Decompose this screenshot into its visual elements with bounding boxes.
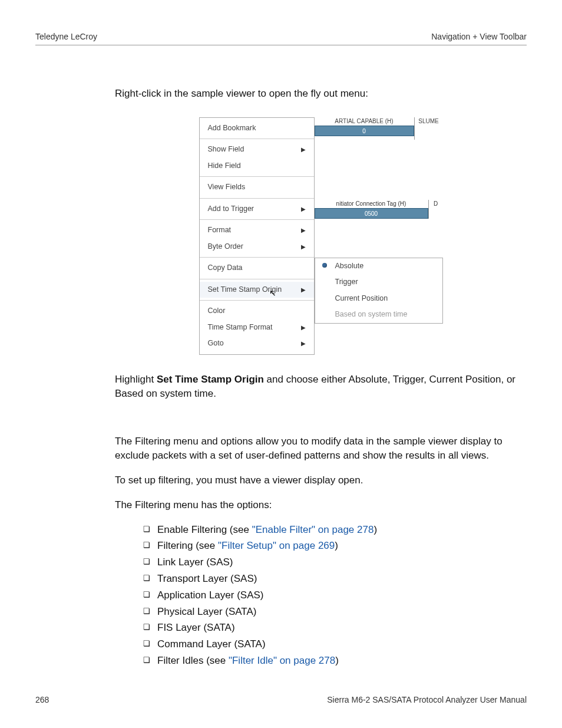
list-item: Filtering (see "Filter Setup" on page 26… [143,539,527,553]
chevron-right-icon: ▶ [301,146,306,154]
menu-format[interactable]: Format▶ [200,222,314,239]
bg-cell-value: 0 [315,126,414,136]
submenu-time-stamp-origin: Absolute Trigger Current Position Based … [315,258,443,324]
submenu-trigger[interactable]: Trigger [315,274,442,291]
menu-view-fields[interactable]: View Fields [200,179,314,196]
header-left: Teledyne LeCroy [35,32,97,41]
menu-hide-field[interactable]: Hide Field [200,158,314,174]
list-item: Command Layer (SATA) [143,637,527,651]
submenu-current-position[interactable]: Current Position [315,291,442,307]
submenu-based-on-system-time[interactable]: Based on system time [315,307,442,323]
footer-title: Sierra M6-2 SAS/SATA Protocol Analyzer U… [327,695,527,704]
link-filter-idle[interactable]: "Filter Idle" on page 278 [229,655,335,666]
menu-add-to-trigger[interactable]: Add to Trigger▶ [200,201,314,218]
filtering-p2: To set up filtering, you must have a vie… [115,473,527,487]
radio-selected-icon [322,263,327,268]
filtering-p1: The Filtering menu and options allow you… [115,434,527,463]
intro-text: Right-click in the sample viewer to open… [115,87,527,101]
background-viewer: ARTIAL CAPABLE (H) 0 SLUME nitiator Conn… [315,117,443,355]
chevron-right-icon: ▶ [301,340,306,348]
bg-col-header: nitiator Connection Tag (H) [315,200,428,208]
page-footer: 268 Sierra M6-2 SAS/SATA Protocol Analyz… [35,695,527,704]
list-item: Filter Idles (see "Filter Idle" on page … [143,654,527,668]
after-figure-text: Highlight Set Time Stamp Origin and choo… [115,373,527,401]
bg-col-header: ARTIAL CAPABLE (H) [315,117,414,126]
list-item: Application Layer (SAS) [143,588,527,602]
menu-set-time-stamp-origin[interactable]: Set Time Stamp Origin ▶ ↖ [200,282,314,298]
bg-col-header: D [429,200,443,208]
header-right: Navigation + View Toolbar [431,32,527,41]
page-number: 268 [35,695,49,704]
filtering-p3: The Filtering menu has the options: [115,498,527,512]
context-menu-figure: Add Bookmark Show Field▶ Hide Field View… [115,117,527,355]
menu-show-field[interactable]: Show Field▶ [200,141,314,158]
menu-copy-data[interactable]: Copy Data [200,260,314,276]
menu-byte-order[interactable]: Byte Order▶ [200,239,314,255]
list-item: Enable Filtering (see "Enable Filter" on… [143,523,527,537]
list-item: Physical Layer (SATA) [143,605,527,619]
submenu-absolute[interactable]: Absolute [315,258,442,275]
menu-goto[interactable]: Goto▶ [200,335,314,352]
list-item: Link Layer (SAS) [143,555,527,569]
filtering-options-list: Enable Filtering (see "Enable Filter" on… [143,523,527,668]
chevron-right-icon: ▶ [301,205,306,213]
chevron-right-icon: ▶ [301,286,306,294]
chevron-right-icon: ▶ [301,226,306,235]
list-item: FIS Layer (SATA) [143,621,527,635]
bg-col-header: SLUME [415,117,443,126]
bg-top-row: ARTIAL CAPABLE (H) 0 SLUME [315,117,443,140]
menu-color[interactable]: Color [200,303,314,319]
bg-mid-row: nitiator Connection Tag (H) 0500 D [315,200,443,219]
link-filter-setup[interactable]: "Filter Setup" on page 269 [218,540,335,551]
chevron-right-icon: ▶ [301,324,306,332]
menu-time-stamp-format[interactable]: Time Stamp Format▶ [200,319,314,336]
bg-cell-value: 0500 [315,208,428,219]
link-enable-filter[interactable]: "Enable Filter" on page 278 [252,524,374,535]
page-header: Teledyne LeCroy Navigation + View Toolba… [35,32,527,45]
context-menu: Add Bookmark Show Field▶ Hide Field View… [199,117,315,355]
chevron-right-icon: ▶ [301,243,306,251]
list-item: Transport Layer (SAS) [143,572,527,586]
menu-add-bookmark[interactable]: Add Bookmark [200,120,314,137]
